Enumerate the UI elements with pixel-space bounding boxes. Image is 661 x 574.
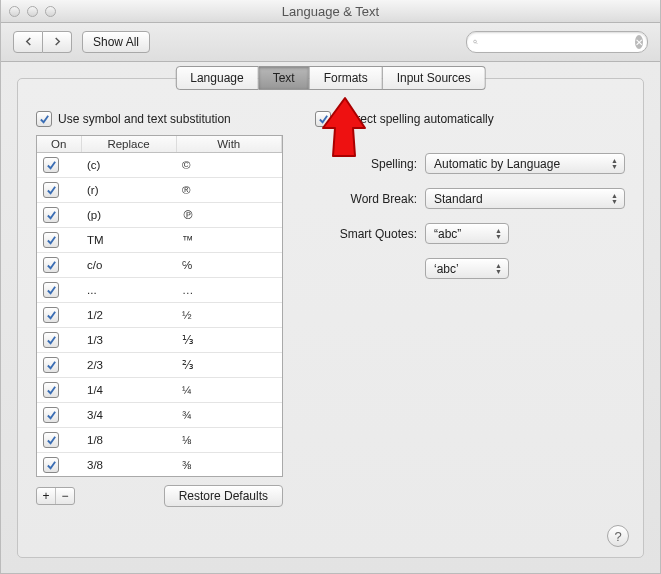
add-button[interactable]: +	[37, 488, 56, 504]
table-row[interactable]: (r)®	[37, 178, 282, 203]
row-with-cell[interactable]: ⅓	[176, 328, 282, 353]
checkbox-icon	[43, 232, 59, 248]
row-replace-cell[interactable]: ...	[81, 278, 176, 303]
row-with-cell[interactable]: ⅔	[176, 353, 282, 378]
table-row[interactable]: (p)℗	[37, 203, 282, 228]
table-row[interactable]: c/o℅	[37, 253, 282, 278]
table-row[interactable]: 1/8⅛	[37, 428, 282, 453]
row-replace-cell[interactable]: (p)	[81, 203, 176, 228]
row-with-cell[interactable]: ⅛	[176, 428, 282, 453]
smartquotes-double-value: “abc”	[434, 227, 461, 241]
row-replace-cell[interactable]: c/o	[81, 253, 176, 278]
correct-spelling-label: Correct spelling automatically	[337, 112, 494, 126]
row-replace-cell[interactable]: 1/4	[81, 378, 176, 403]
close-window-button[interactable]	[9, 6, 20, 17]
table-row[interactable]: 1/2½	[37, 303, 282, 328]
row-replace-cell[interactable]: 1/3	[81, 328, 176, 353]
table-controls: + − Restore Defaults	[36, 485, 283, 507]
remove-button[interactable]: −	[56, 488, 74, 504]
preferences-panel: LanguageTextFormatsInput Sources Use sym…	[17, 78, 644, 558]
row-on-checkbox[interactable]	[37, 328, 81, 353]
table-row[interactable]: 1/3⅓	[37, 328, 282, 353]
row-on-checkbox[interactable]	[37, 153, 81, 178]
correct-spelling-checkbox[interactable]: Correct spelling automatically	[315, 111, 625, 127]
window-title: Language & Text	[1, 4, 660, 19]
back-button[interactable]	[13, 31, 43, 53]
row-with-cell[interactable]: ½	[176, 303, 282, 328]
row-with-cell[interactable]: …	[176, 278, 282, 303]
checkbox-icon	[43, 432, 59, 448]
table-row[interactable]: 2/3⅔	[37, 353, 282, 378]
table-row[interactable]: ...…	[37, 278, 282, 303]
search-icon	[473, 36, 478, 48]
row-with-cell[interactable]: ℗	[176, 203, 282, 228]
checkbox-icon	[43, 457, 59, 473]
table-row[interactable]: 3/8⅜	[37, 453, 282, 478]
smartquotes-single-popup[interactable]: ‘abc’ ▲▼	[425, 258, 509, 279]
row-on-checkbox[interactable]	[37, 453, 81, 478]
col-on[interactable]: On	[37, 136, 81, 153]
row-on-checkbox[interactable]	[37, 378, 81, 403]
row-replace-cell[interactable]: TM	[81, 228, 176, 253]
chevron-left-icon	[24, 37, 33, 46]
clear-search-button[interactable]: ✕	[635, 35, 643, 49]
tab-input-sources[interactable]: Input Sources	[383, 66, 486, 90]
spelling-popup[interactable]: Automatic by Language ▲▼	[425, 153, 625, 174]
row-on-checkbox[interactable]	[37, 228, 81, 253]
tab-formats[interactable]: Formats	[310, 66, 383, 90]
row-on-checkbox[interactable]	[37, 203, 81, 228]
tab-language[interactable]: Language	[175, 66, 258, 90]
titlebar: Language & Text	[1, 0, 660, 23]
checkbox-icon	[36, 111, 52, 127]
row-replace-cell[interactable]: 1/2	[81, 303, 176, 328]
row-replace-cell[interactable]: 2/3	[81, 353, 176, 378]
row-replace-cell[interactable]: (r)	[81, 178, 176, 203]
table-row[interactable]: 1/4¼	[37, 378, 282, 403]
table-row[interactable]: TM™	[37, 228, 282, 253]
search-input[interactable]	[481, 34, 635, 50]
tab-text[interactable]: Text	[259, 66, 310, 90]
checkbox-icon	[43, 207, 59, 223]
row-on-checkbox[interactable]	[37, 403, 81, 428]
options-section: Correct spelling automatically Spelling:…	[315, 111, 625, 507]
minimize-window-button[interactable]	[27, 6, 38, 17]
checkbox-icon	[43, 307, 59, 323]
row-with-cell[interactable]: ¼	[176, 378, 282, 403]
row-with-cell[interactable]: ℅	[176, 253, 282, 278]
row-on-checkbox[interactable]	[37, 278, 81, 303]
checkbox-icon	[43, 382, 59, 398]
row-on-checkbox[interactable]	[37, 428, 81, 453]
row-replace-cell[interactable]: 3/4	[81, 403, 176, 428]
smartquotes-double-popup[interactable]: “abc” ▲▼	[425, 223, 509, 244]
help-button[interactable]: ?	[607, 525, 629, 547]
substitution-table[interactable]: On Replace With (c)©(r)®(p)℗TM™c/o℅...…1…	[36, 135, 283, 477]
zoom-window-button[interactable]	[45, 6, 56, 17]
search-field[interactable]: ✕	[466, 31, 648, 53]
wordbreak-value: Standard	[434, 192, 483, 206]
spelling-label: Spelling:	[315, 157, 425, 171]
row-with-cell[interactable]: ⅜	[176, 453, 282, 478]
row-with-cell[interactable]: ®	[176, 178, 282, 203]
col-replace[interactable]: Replace	[81, 136, 176, 153]
table-row[interactable]: (c)©	[37, 153, 282, 178]
use-substitution-checkbox[interactable]: Use symbol and text substitution	[36, 111, 283, 127]
checkbox-icon	[43, 257, 59, 273]
row-replace-cell[interactable]: 3/8	[81, 453, 176, 478]
row-with-cell[interactable]: ¾	[176, 403, 282, 428]
svg-line-1	[476, 43, 477, 44]
wordbreak-popup[interactable]: Standard ▲▼	[425, 188, 625, 209]
row-replace-cell[interactable]: (c)	[81, 153, 176, 178]
row-replace-cell[interactable]: 1/8	[81, 428, 176, 453]
row-with-cell[interactable]: ™	[176, 228, 282, 253]
row-on-checkbox[interactable]	[37, 178, 81, 203]
row-on-checkbox[interactable]	[37, 353, 81, 378]
forward-button[interactable]	[43, 31, 72, 53]
row-on-checkbox[interactable]	[37, 253, 81, 278]
restore-defaults-button[interactable]: Restore Defaults	[164, 485, 283, 507]
col-with[interactable]: With	[176, 136, 282, 153]
table-row[interactable]: 3/4¾	[37, 403, 282, 428]
show-all-button[interactable]: Show All	[82, 31, 150, 53]
row-with-cell[interactable]: ©	[176, 153, 282, 178]
row-on-checkbox[interactable]	[37, 303, 81, 328]
checkbox-icon	[315, 111, 331, 127]
